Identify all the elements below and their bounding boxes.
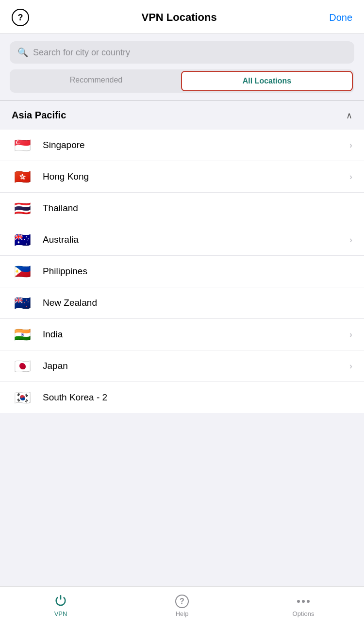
flag-newzealand: 🇳🇿 bbox=[12, 295, 33, 311]
chevron-right-icon: › bbox=[349, 235, 352, 245]
list-item[interactable]: 🇮🇳 India › bbox=[0, 319, 364, 350]
power-icon bbox=[54, 595, 67, 608]
location-name-singapore: Singapore bbox=[43, 140, 349, 150]
help-circle-icon: ? bbox=[175, 595, 189, 608]
bottom-tab-options[interactable]: Options bbox=[243, 595, 364, 617]
flag-thailand: 🇹🇭 bbox=[12, 200, 33, 216]
header: ? VPN Locations Done bbox=[0, 0, 364, 33]
bottom-tab-help-label: Help bbox=[176, 610, 189, 617]
flag-southkorea: 🇰🇷 bbox=[12, 390, 33, 405]
list-item[interactable]: 🇵🇭 Philippines bbox=[0, 256, 364, 287]
flag-australia: 🇦🇺 bbox=[12, 232, 33, 248]
location-name-philippines: Philippines bbox=[43, 266, 352, 277]
flag-japan: 🇯🇵 bbox=[12, 358, 33, 374]
done-button[interactable]: Done bbox=[329, 12, 352, 23]
chevron-right-icon: › bbox=[349, 330, 352, 340]
bottom-tab-help[interactable]: ? Help bbox=[121, 595, 243, 617]
location-name-newzealand: New Zealand bbox=[43, 298, 352, 308]
region-header[interactable]: Asia Pacific ∧ bbox=[0, 101, 364, 130]
page-title: VPN Locations bbox=[141, 11, 216, 24]
list-item[interactable]: 🇯🇵 Japan › bbox=[0, 350, 364, 382]
list-item[interactable]: 🇳🇿 New Zealand bbox=[0, 287, 364, 319]
region-title: Asia Pacific bbox=[12, 110, 66, 121]
bottom-tab-vpn-label: VPN bbox=[54, 610, 67, 617]
location-name-australia: Australia bbox=[43, 234, 349, 245]
chevron-right-icon: › bbox=[349, 361, 352, 371]
main-content: 🔍 Search for city or country Recommended… bbox=[0, 33, 364, 457]
list-item[interactable]: 🇹🇭 Thailand bbox=[0, 193, 364, 224]
tab-recommended[interactable]: Recommended bbox=[11, 71, 181, 91]
flag-hongkong: 🇭🇰 bbox=[12, 169, 33, 184]
region-collapse-icon: ∧ bbox=[346, 110, 352, 121]
tab-bar: Recommended All Locations bbox=[10, 69, 354, 93]
options-dots-icon bbox=[297, 595, 310, 608]
list-item[interactable]: 🇭🇰 Hong Kong › bbox=[0, 161, 364, 193]
tab-all-locations[interactable]: All Locations bbox=[181, 71, 353, 91]
bottom-tab-vpn[interactable]: VPN bbox=[0, 595, 121, 617]
search-bar[interactable]: 🔍 Search for city or country bbox=[10, 41, 354, 64]
search-placeholder: Search for city or country bbox=[33, 48, 130, 58]
flag-india: 🇮🇳 bbox=[12, 327, 33, 342]
location-list: 🇸🇬 Singapore › 🇭🇰 Hong Kong › 🇹🇭 Thailan… bbox=[0, 130, 364, 413]
location-name-india: India bbox=[43, 329, 349, 340]
flag-philippines: 🇵🇭 bbox=[12, 264, 33, 279]
bottom-bar: VPN ? Help Options bbox=[0, 586, 364, 630]
chevron-right-icon: › bbox=[349, 140, 352, 150]
location-name-southkorea: South Korea - 2 bbox=[43, 392, 352, 403]
location-name-thailand: Thailand bbox=[43, 203, 352, 214]
location-name-japan: Japan bbox=[43, 361, 349, 371]
search-container: 🔍 Search for city or country bbox=[0, 33, 364, 69]
list-item[interactable]: 🇦🇺 Australia › bbox=[0, 224, 364, 256]
search-icon: 🔍 bbox=[17, 47, 28, 58]
flag-singapore: 🇸🇬 bbox=[12, 137, 33, 153]
list-item[interactable]: 🇰🇷 South Korea - 2 bbox=[0, 382, 364, 413]
list-item[interactable]: 🇸🇬 Singapore › bbox=[0, 130, 364, 161]
chevron-right-icon: › bbox=[349, 172, 352, 182]
help-icon-glyph: ? bbox=[18, 13, 23, 23]
location-name-hongkong: Hong Kong bbox=[43, 171, 349, 182]
help-icon[interactable]: ? bbox=[12, 9, 29, 26]
bottom-tab-options-label: Options bbox=[293, 610, 314, 617]
